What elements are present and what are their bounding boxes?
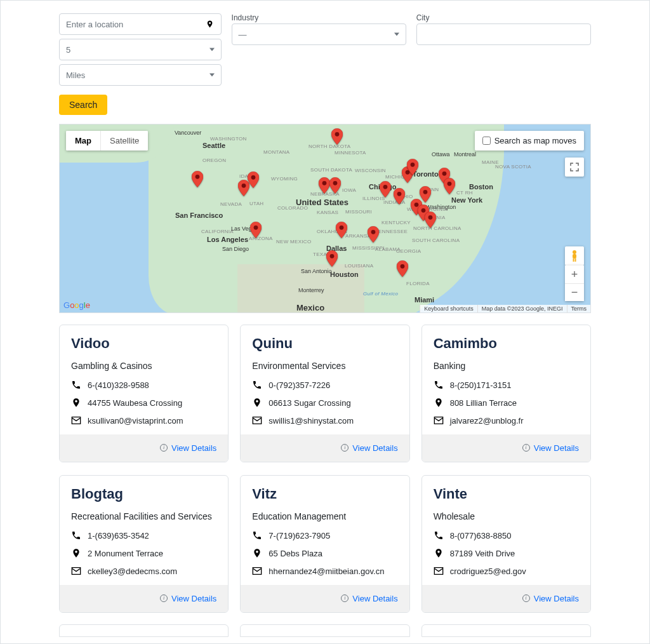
map-marker[interactable] (407, 159, 418, 175)
map-tab-satellite[interactable]: Satellite (100, 131, 148, 151)
map-label: MINNESOTA (335, 150, 366, 156)
location-input[interactable] (66, 20, 206, 29)
card-phone: 0-(792)357-7226 (269, 380, 330, 390)
fullscreen-button[interactable] (565, 158, 584, 177)
card-email: crodriguez5@ed.gov (450, 567, 526, 576)
map-marker[interactable] (326, 250, 338, 267)
svg-point-7 (340, 225, 344, 230)
email-icon (434, 566, 444, 576)
card-industry: Wholesale (434, 511, 579, 521)
map-label: Vancouver (175, 130, 201, 136)
map-marker[interactable] (394, 188, 405, 205)
map-label: WISCONSIN (355, 168, 386, 173)
search-as-map-moves[interactable]: Search as map moves (475, 131, 584, 151)
card-peek (421, 624, 591, 637)
svg-point-8 (330, 254, 335, 258)
svg-point-11 (397, 192, 402, 196)
location-input-wrap[interactable] (59, 13, 222, 35)
city-label: City (416, 13, 591, 22)
map-marker[interactable] (192, 171, 203, 187)
map-marker[interactable] (444, 178, 455, 194)
map-label: WASHINGTON (210, 136, 247, 142)
view-details-link[interactable]: View Details (352, 594, 397, 603)
svg-point-0 (196, 175, 200, 179)
location-icon (434, 548, 444, 558)
svg-point-5 (322, 181, 327, 185)
card-industry: Education Management (252, 511, 397, 521)
card-industry: Recreational Facilities and Services (71, 511, 216, 521)
distance-select[interactable]: 5 (59, 39, 222, 60)
map-marker[interactable] (425, 211, 436, 228)
map-label: FLORIDA (406, 281, 430, 286)
map-marker[interactable] (250, 222, 262, 238)
map-label: San Francisco (175, 211, 223, 219)
result-card: Vitz Education Management 7-(719)623-790… (240, 475, 409, 613)
location-pin-icon (206, 18, 214, 30)
location-icon (252, 398, 262, 408)
svg-rect-22 (573, 254, 576, 258)
card-email: ksullivan0@vistaprint.com (88, 416, 183, 426)
svg-point-19 (428, 215, 433, 220)
view-details-link[interactable]: View Details (534, 443, 579, 453)
map-label: TENNESSEE (375, 229, 408, 234)
card-title: Quinu (252, 335, 397, 352)
map-label: UTAH (249, 201, 263, 206)
fullscreen-icon (570, 163, 579, 171)
map-marker[interactable] (331, 128, 343, 145)
map-marker[interactable] (329, 177, 341, 194)
map-label: Ottawa (432, 151, 450, 158)
card-address: 808 Lillian Terrace (450, 398, 517, 408)
card-email: ckelley3@dedecms.com (88, 567, 177, 576)
info-icon (522, 594, 530, 602)
zoom-in-button[interactable]: + (565, 265, 584, 283)
terms-link[interactable]: Terms (567, 305, 591, 312)
city-input-wrap[interactable] (416, 23, 591, 45)
view-details-link[interactable]: View Details (534, 594, 579, 603)
keyboard-shortcuts-link[interactable]: Keyboard shortcuts (420, 305, 477, 312)
info-icon (341, 444, 348, 452)
map-label: Miami (415, 296, 434, 304)
svg-point-13 (411, 163, 415, 167)
map-type-toggle: Map Satellite (66, 131, 148, 151)
email-icon (434, 415, 444, 426)
map[interactable]: VancouverSeattleWASHINGTONMONTANANORTH D… (59, 124, 591, 313)
map-tab-map[interactable]: Map (66, 131, 100, 151)
card-peek (240, 624, 409, 637)
card-title: Blogtag (71, 486, 216, 502)
search-as-map-moves-checkbox[interactable] (482, 137, 491, 145)
map-label: IOWA (342, 187, 356, 193)
map-label: WYOMING (271, 176, 298, 182)
map-label: OREGON (202, 158, 226, 163)
map-label: GEORGIA (396, 248, 421, 254)
unit-select[interactable]: Miles (59, 64, 222, 86)
card-address: 2 Monument Terrace (88, 549, 163, 558)
map-label: Boston (469, 183, 493, 191)
phone-icon (71, 380, 81, 390)
map-label: United States (296, 198, 348, 207)
map-label: Monterrey (298, 287, 324, 293)
svg-point-3 (254, 225, 258, 230)
map-label: KENTUCKY (381, 220, 411, 225)
card-industry: Banking (434, 361, 579, 371)
map-marker[interactable] (397, 260, 408, 277)
pegman-button[interactable] (565, 246, 584, 265)
card-industry: Environmental Services (252, 361, 397, 371)
city-input[interactable] (423, 30, 584, 39)
map-marker[interactable] (248, 171, 259, 188)
map-marker[interactable] (368, 226, 379, 243)
phone-icon (71, 530, 81, 540)
zoom-out-button[interactable]: − (565, 283, 584, 301)
map-marker[interactable] (336, 222, 347, 238)
view-details-link[interactable]: View Details (352, 443, 397, 453)
map-marker[interactable] (380, 181, 391, 198)
view-details-link[interactable]: View Details (171, 443, 216, 453)
map-label: San Antonio (301, 268, 332, 274)
search-button[interactable]: Search (59, 95, 107, 115)
map-label: CALIFORNIA (201, 229, 234, 234)
industry-select[interactable]: — (232, 23, 406, 45)
card-title: Vidoo (71, 335, 216, 352)
view-details-link[interactable]: View Details (171, 594, 216, 603)
map-label: San Diego (222, 246, 249, 252)
map-marker[interactable] (319, 177, 330, 194)
svg-point-9 (371, 230, 376, 234)
